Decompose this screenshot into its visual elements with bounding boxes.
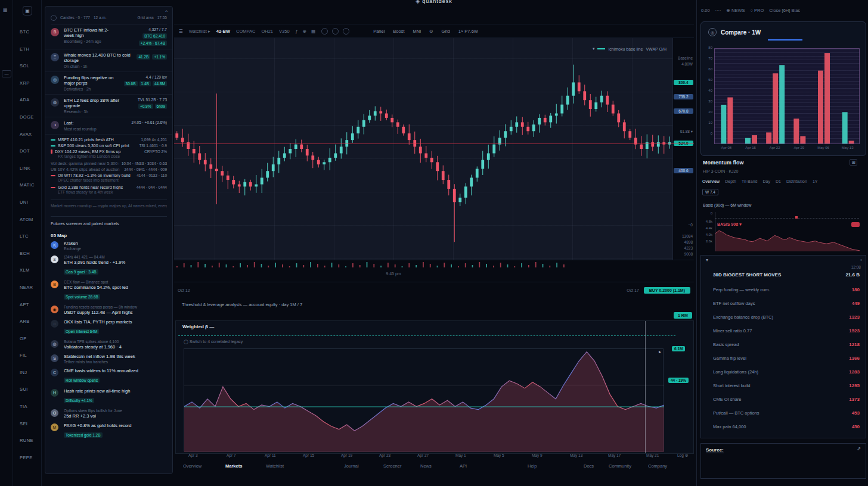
market-row[interactable]: S&P 500 clears 5,300 on soft CPI printTS… <box>51 142 167 148</box>
risk-chip[interactable]: 1 RM <box>674 312 692 319</box>
footer-link[interactable]: Help <box>528 463 537 469</box>
buy-button[interactable]: BUY 0.2000 (1.1M) <box>644 287 690 294</box>
caret-down-icon[interactable]: ▾ <box>593 46 595 51</box>
market-row[interactable]: Gold 2,388 holds near record highs4444 ·… <box>51 183 167 195</box>
market-row[interactable]: Vol desk: gamma pinned near 5,300 strike… <box>51 160 167 166</box>
week-chip[interactable]: W 7.4 <box>702 189 718 195</box>
footer-link[interactable]: API <box>460 463 467 469</box>
ticker-item[interactable]: SUI <box>13 381 42 398</box>
ticker-item[interactable]: LTC <box>13 228 42 245</box>
screener-item[interactable]: ◌OKX lists TIA, PYTH perp marketsOpen in… <box>45 317 172 337</box>
news-chip[interactable]: 44.8M <box>153 81 167 86</box>
feed-toolbar-right[interactable]: Grid area <box>138 15 154 20</box>
table-row[interactable]: Perp funding — weekly cum.180 <box>713 283 860 297</box>
ticker-item[interactable]: XRP <box>13 75 42 92</box>
screener-item[interactable]: OOptions skew flips bullish for June25d … <box>45 406 172 420</box>
table-row[interactable]: Max pain 64,000450 <box>713 420 860 434</box>
ticker-item[interactable]: APT <box>13 297 42 314</box>
ticker-item[interactable]: MATIC <box>13 177 42 194</box>
compare-bar-chart[interactable] <box>714 48 860 144</box>
news-chip[interactable]: 41.2B <box>137 54 150 60</box>
ticker-item[interactable]: PEPE <box>13 450 42 467</box>
scale-control[interactable]: Log ⚙ <box>677 453 688 458</box>
news-item[interactable]: ◍ETH L2 fees drop 38% after upgradeResea… <box>45 95 172 117</box>
ticker-item[interactable]: ATOM <box>13 211 42 229</box>
screener-chip[interactable]: Gas 9 gwei · 3.4B <box>64 269 98 275</box>
news-item[interactable]: ◑Last:Most read roundup24.05 · +0.61 (2.… <box>45 117 172 135</box>
ticker-item[interactable]: ADA <box>13 92 42 109</box>
market-row[interactable]: DXY 104.22 eases; EM FX firms upCRYPTO 2… <box>51 148 167 160</box>
window-icon[interactable]: ▫ <box>860 257 862 263</box>
news-chip[interactable]: 1.4B <box>140 81 151 86</box>
screener-item[interactable]: Ξ(24h) 441 421 — 84.4METH 3,091 holds tr… <box>45 253 172 278</box>
collapse-handle[interactable]: — <box>2 70 11 77</box>
ticker-item[interactable]: BCH <box>13 245 42 263</box>
table-row[interactable]: ETF net outflow days449 <box>713 297 860 310</box>
equity-area-chart[interactable]: ➤ <box>184 348 664 451</box>
sketch-icon[interactable] <box>51 15 57 21</box>
momentum-tab[interactable]: Distribution <box>786 179 807 183</box>
news-chip[interactable]: 30.6B <box>124 81 138 86</box>
footer-link[interactable]: Journal <box>344 463 359 469</box>
table-row[interactable]: Put/call — BTC options453 <box>713 406 860 420</box>
watchlist-button[interactable]: Watchlist ▸ <box>189 29 210 34</box>
ticker-item[interactable]: NEAR <box>13 279 42 297</box>
table-row[interactable]: Exchange balance drop (BTC)1323 <box>713 310 860 324</box>
price-axis[interactable]: Baseline4.80W61.88 ▾−0130844898422390088… <box>672 38 694 260</box>
screener-item[interactable]: KKrakenExchange <box>45 238 172 253</box>
screener-item[interactable]: CCME basis widens to 11% annualizedRoll … <box>45 366 172 386</box>
toolbar-button[interactable]: Panel <box>373 29 385 34</box>
expand-icon[interactable]: ⊞ <box>850 159 857 166</box>
menu-icon[interactable]: ☰ <box>179 29 183 34</box>
news-chip[interactable]: +1.1% <box>152 54 167 60</box>
footer-link[interactable]: News <box>420 463 432 469</box>
table-row[interactable]: Miner sell ratio 0.771523 <box>713 324 860 338</box>
news-chip[interactable]: +0.9% <box>138 104 153 109</box>
news-chip[interactable]: 6h09 <box>155 104 167 109</box>
momentum-tab[interactable]: D1 <box>776 179 781 183</box>
ticker-item[interactable]: SOL <box>13 58 42 75</box>
ticker-item[interactable]: AVAX <box>13 126 42 144</box>
news-chip[interactable]: +2.4% · 67.4B <box>139 40 167 46</box>
market-row[interactable]: US 10Y 4.42% slips ahead of auction2444 … <box>51 166 167 172</box>
toolbar-button[interactable]: MNI <box>413 29 421 34</box>
screener-chip[interactable]: Open interest 64M <box>64 329 99 334</box>
footer-link[interactable]: Screener <box>383 463 401 469</box>
red-chip-icon[interactable] <box>851 222 860 227</box>
momentum-tab[interactable]: Tri-Band <box>742 179 758 183</box>
screener-item[interactable]: BCEX flow — Binance spotBTC dominance 54… <box>45 278 172 303</box>
ticker-item[interactable]: DOGE <box>13 109 42 126</box>
ticker-item[interactable]: ARB <box>13 313 42 331</box>
ticker-item[interactable]: RUNE <box>13 432 42 450</box>
news-chip[interactable]: BTC 62,410 <box>142 33 167 39</box>
tool-icon[interactable]: ƒ <box>296 29 298 34</box>
ticker-item[interactable]: BTC <box>13 24 42 41</box>
chevron-up-icon[interactable]: ^ <box>165 9 168 14</box>
toolbar-button[interactable]: 1× P7.6W <box>458 29 478 34</box>
source-label[interactable]: Source: <box>706 447 724 453</box>
footer-link[interactable]: Watchlist <box>266 463 284 469</box>
table-row[interactable]: Short interest build1295 <box>713 379 860 392</box>
external-link-icon[interactable]: ⇗ <box>857 446 861 451</box>
ticker-item[interactable]: DOT <box>13 143 42 160</box>
ticker-item[interactable]: XLM <box>13 262 42 279</box>
ticker-list-icon[interactable]: ▣ <box>23 6 32 15</box>
footer-link[interactable]: Markets <box>225 463 242 469</box>
market-row[interactable]: MSFT 410.21 prints fresh ATH1,099 4× 4,2… <box>51 136 167 142</box>
table-row[interactable]: Gamma flip level1366 <box>713 351 860 365</box>
chevron-down-icon[interactable]: ▾ <box>706 257 708 263</box>
screener-item[interactable]: HHash rate prints new all-time highDiffi… <box>45 386 172 406</box>
ticker-item[interactable]: OP <box>13 331 42 348</box>
table-row[interactable]: Long liquidations (24h)1283 <box>713 365 860 379</box>
ticker-item[interactable]: INJ <box>13 364 42 382</box>
screener-item[interactable]: SStablecoin net inflow 1.9B this weekTet… <box>45 351 172 366</box>
screener-chip[interactable]: Spot volume 28.6B <box>64 294 100 300</box>
news-item[interactable]: ◎Funding flips negative on major perpsDe… <box>45 72 172 95</box>
toolbar-button[interactable]: ⊙ <box>429 29 433 34</box>
screener-item[interactable]: MPAXG +0.8% as gold holds recordTokenize… <box>45 420 172 441</box>
table-row[interactable]: CME OI share1373 <box>713 392 860 406</box>
ticker-item[interactable]: LINK <box>13 160 42 177</box>
feed-toolbar-title[interactable]: Candles · 0 · 777 <box>60 15 90 20</box>
news-item[interactable]: ΞWhale moves 12,400 BTC to cold storageO… <box>45 49 172 72</box>
toolbar-button[interactable]: Grid <box>442 29 450 34</box>
